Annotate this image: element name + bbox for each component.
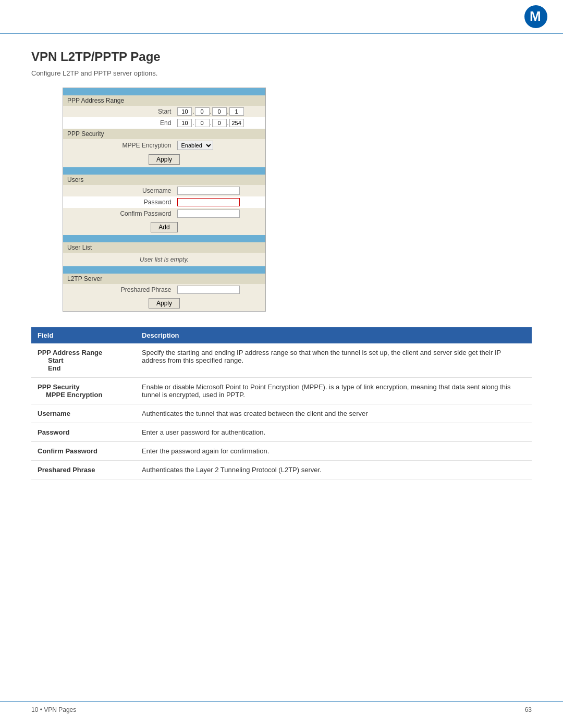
end-ip-octet3[interactable]: [212, 119, 227, 127]
desc-preshared-phrase: Authenticates the Layer 2 Tunneling Prot…: [136, 460, 532, 479]
end-label: End: [63, 117, 175, 129]
preshared-phrase-cell: [174, 284, 265, 295]
description-table: Field Description PPP Address Range Star…: [31, 327, 532, 479]
start-ip-cell: . . .: [174, 106, 265, 117]
ppp-security-section: PPP Security: [63, 129, 266, 139]
field-preshared-phrase: Preshared Phrase: [31, 460, 136, 479]
user-list-empty-message: User list is empty.: [140, 256, 189, 263]
start-ip-octet1[interactable]: [177, 107, 192, 116]
page-header: M: [0, 0, 563, 34]
password-input[interactable]: [177, 198, 240, 206]
ppp-address-range-label: PPP Address Range: [67, 97, 124, 104]
mppe-encryption-select[interactable]: Enabled Disabled: [177, 141, 213, 150]
desc-table-header: Field Description: [31, 327, 532, 343]
confirm-password-cell: [174, 208, 265, 219]
username-input[interactable]: [177, 187, 240, 195]
end-ip-octet1[interactable]: [177, 119, 192, 127]
main-content: VPN L2TP/PPTP Page Configure L2TP and PP…: [0, 34, 563, 495]
config-table-wrapper: PPP Address Range Start . . .: [63, 88, 266, 312]
confirm-password-input[interactable]: [177, 209, 240, 218]
password-row: Password: [63, 196, 266, 208]
start-ip-octet4[interactable]: [229, 107, 244, 116]
user-list-label: User List: [67, 244, 92, 251]
ppp-address-range-section: PPP Address Range: [63, 95, 266, 106]
users-label: Users: [67, 176, 83, 183]
start-ip-octet3[interactable]: [212, 107, 227, 116]
end-ip-octet2[interactable]: [195, 119, 210, 127]
user-list-empty-row: User list is empty.: [63, 253, 266, 266]
motorola-logo: M: [524, 5, 547, 28]
add-btn-row: Add: [63, 219, 266, 235]
blue-divider-2: [63, 167, 266, 175]
preshared-phrase-input[interactable]: [177, 286, 240, 294]
table-row-confirm-password: Confirm Password Enter the password agai…: [31, 441, 532, 460]
field-confirm-password: Confirm Password: [31, 441, 136, 460]
mppe-encryption-row: MPPE Encryption Enabled Disabled: [63, 139, 266, 152]
ppp-security-label: PPP Security: [67, 130, 104, 138]
table-row-password: Password Enter a user password for authe…: [31, 423, 532, 441]
mppe-encryption-label: MPPE Encryption: [63, 139, 175, 152]
field-column-header: Field: [31, 327, 136, 343]
end-ip-octet4[interactable]: [229, 119, 244, 127]
table-row-ppp-address: PPP Address Range Start End Specify the …: [31, 343, 532, 378]
preshared-phrase-label: Preshared Phrase: [63, 284, 175, 295]
desc-password: Enter a user password for authentication…: [136, 423, 532, 441]
footer-left: 10 • VPN Pages: [31, 706, 76, 713]
svg-text:M: M: [530, 8, 541, 24]
page-subtitle: Configure L2TP and PPTP server options.: [31, 69, 532, 77]
user-list-section: User List: [63, 242, 266, 253]
desc-username: Authenticates the tunnel that was create…: [136, 404, 532, 423]
page-footer: 10 • VPN Pages 63: [0, 701, 563, 718]
blue-divider-top: [63, 88, 266, 95]
field-username: Username: [31, 404, 136, 423]
table-row-ppp-security: PPP Security MPPE Encryption Enable or d…: [31, 377, 532, 404]
l2tp-server-label: L2TP Server: [67, 275, 102, 282]
field-ppp-security: PPP Security MPPE Encryption: [31, 377, 136, 404]
apply-btn-row-1: Apply: [63, 152, 266, 167]
description-column-header: Description: [136, 327, 532, 343]
start-ip-row: Start . . .: [63, 106, 266, 117]
start-ip-octet2[interactable]: [195, 107, 210, 116]
l2tp-server-section: L2TP Server: [63, 274, 266, 284]
field-ppp-address: PPP Address Range Start End: [31, 343, 136, 378]
end-ip-row: End . . .: [63, 117, 266, 129]
username-label: Username: [63, 185, 175, 196]
end-ip-cell: . . .: [174, 117, 265, 129]
add-button[interactable]: Add: [151, 222, 177, 232]
users-section: Users: [63, 175, 266, 185]
config-table: PPP Address Range Start . . .: [63, 88, 266, 312]
desc-ppp-address: Specify the starting and ending IP addre…: [136, 343, 532, 378]
blue-divider-4: [63, 266, 266, 274]
desc-confirm-password: Enter the password again for confirmatio…: [136, 441, 532, 460]
password-cell: [174, 196, 265, 208]
table-row-preshared-phrase: Preshared Phrase Authenticates the Layer…: [31, 460, 532, 479]
apply-button-2[interactable]: Apply: [149, 298, 180, 309]
apply-button-1[interactable]: Apply: [149, 154, 180, 165]
username-cell: [174, 185, 265, 196]
footer-right: 63: [525, 706, 532, 713]
field-password: Password: [31, 423, 136, 441]
confirm-password-row: Confirm Password: [63, 208, 266, 219]
username-row: Username: [63, 185, 266, 196]
blue-divider-3: [63, 235, 266, 242]
mppe-encryption-cell: Enabled Disabled: [174, 139, 265, 152]
page-title: VPN L2TP/PPTP Page: [31, 50, 532, 64]
apply-btn-row-2: Apply: [63, 295, 266, 312]
confirm-password-label: Confirm Password: [63, 208, 175, 219]
desc-ppp-security: Enable or disable Microsoft Point to Poi…: [136, 377, 532, 404]
preshared-phrase-row: Preshared Phrase: [63, 284, 266, 295]
password-label: Password: [63, 196, 175, 208]
table-row-username: Username Authenticates the tunnel that w…: [31, 404, 532, 423]
start-label: Start: [63, 106, 175, 117]
